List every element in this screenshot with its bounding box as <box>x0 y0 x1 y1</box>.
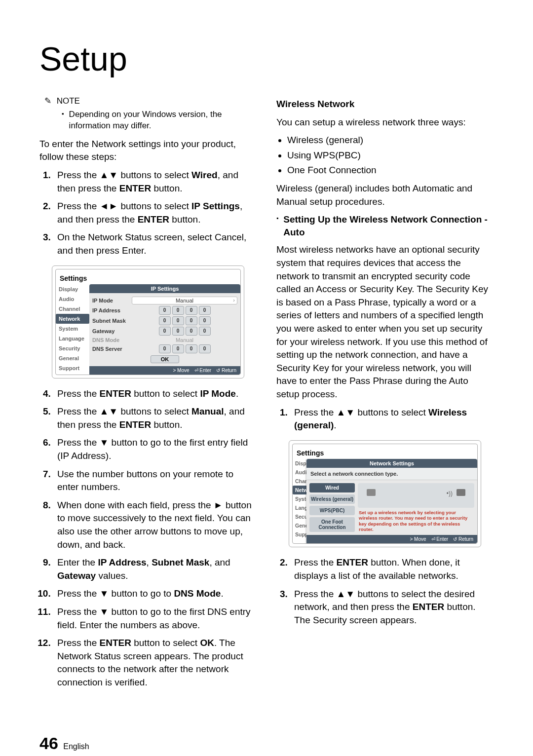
screenshot-title: Settings <box>293 447 477 459</box>
right-column: Wireless Network You can setup a wireles… <box>276 93 494 694</box>
wireless-after-bullets: Wireless (general) includes both Automat… <box>276 182 494 208</box>
settings-row: Subnet Mask0000 <box>92 316 237 325</box>
method-item: Wireless (general) <box>287 134 494 147</box>
step-item: Press the ▲▼ buttons to select Wireless … <box>290 406 494 432</box>
sidebar-item[interactable]: Language <box>56 334 89 343</box>
device-icon <box>367 489 376 496</box>
note-text: Depending on your Windows version, the i… <box>69 109 257 132</box>
page-footer: 46 English <box>39 734 494 753</box>
ip-octet-input[interactable]: 0 <box>199 327 211 336</box>
sidebar-item[interactable]: Channel <box>56 304 89 314</box>
step-item: Press the ▲▼ buttons to select the desir… <box>290 588 494 627</box>
left-column: ✎ NOTE ▪ Depending on your Windows versi… <box>39 93 257 694</box>
ip-octet-input[interactable]: 0 <box>186 316 197 325</box>
settings-row: DNS Server0000 <box>92 344 237 353</box>
sidebar-item[interactable]: General <box>56 353 89 363</box>
steps-list-b: Press the ENTER button to select IP Mode… <box>39 387 257 689</box>
connection-option[interactable]: One Foot Connection <box>309 517 355 532</box>
ip-octet-input[interactable]: 0 <box>159 306 171 315</box>
step-item: On the Network Status screen, select Can… <box>53 231 257 257</box>
step-item: Press the ENTER button to select OK. The… <box>53 637 257 689</box>
ip-octet-input[interactable]: 0 <box>186 306 197 315</box>
two-column-layout: ✎ NOTE ▪ Depending on your Windows versi… <box>39 93 494 694</box>
footer-hint: ↺ Return <box>453 536 473 542</box>
method-item: One Foot Connection <box>287 164 494 177</box>
ip-rows: IP ModeManualIP Address0000Subnet Mask00… <box>89 293 240 366</box>
row-value: Manual <box>132 337 237 343</box>
page-title: Setup <box>39 39 494 78</box>
wireless-methods-list: Wireless (general)Using WPS(PBC)One Foot… <box>276 134 494 177</box>
step-item: Press the ▲▼ buttons to select Wired, an… <box>53 169 257 195</box>
row-label: Subnet Mask <box>92 318 132 324</box>
row-label: IP Mode <box>92 298 132 303</box>
footer-hint: > Move <box>410 536 426 542</box>
ip-octet-input[interactable]: 0 <box>199 316 211 325</box>
screenshot-ip-settings: Settings DisplayAudioChannelNetworkSyste… <box>52 265 244 378</box>
sidebar-item[interactable]: Network <box>56 314 89 324</box>
settings-row: Gateway0000 <box>92 327 237 336</box>
pane-header: IP Settings <box>89 284 240 293</box>
footer-hint: > Move <box>173 368 189 373</box>
intro-text: To enter the Network settings into your … <box>39 138 257 164</box>
step-item: Press the ▲▼ buttons to select Manual, a… <box>53 405 257 431</box>
step-item: Use the number buttons on your remote to… <box>53 468 257 494</box>
steps-list-r2: Press the ENTER button. When done, it di… <box>276 556 494 627</box>
note-icon: ✎ <box>44 96 51 106</box>
step-item: Press the ▼ button to go to the first en… <box>53 436 257 462</box>
note-label: NOTE <box>57 96 80 106</box>
sidebar-item[interactable]: Support <box>56 363 89 373</box>
row-label: DNS Mode <box>92 337 132 343</box>
ip-settings-pane: IP Settings IP ModeManualIP Address0000S… <box>89 284 240 375</box>
connection-option[interactable]: WPS(PBC) <box>309 506 355 515</box>
connection-type-list: WiredWireless (general)WPS(PBC)One Foot … <box>309 483 355 532</box>
ip-octet-input[interactable]: 0 <box>159 344 171 353</box>
row-label: DNS Server <box>92 346 132 352</box>
dropdown[interactable]: Manual <box>132 297 237 304</box>
page-language: English <box>63 742 89 751</box>
step-item: Enter the IP Address, Subnet Mask, and G… <box>53 556 257 582</box>
connection-option[interactable]: Wired <box>309 483 355 492</box>
step-item: Press the ◄► buttons to select IP Settin… <box>53 200 257 226</box>
ip-octet-input[interactable]: 0 <box>186 327 197 336</box>
row-label: IP Address <box>92 307 132 313</box>
wireless-heading: Wireless Network <box>276 98 494 111</box>
page-number: 46 <box>39 734 58 753</box>
wireless-para: Most wireless networks have an optional … <box>276 243 494 401</box>
ip-octet-input[interactable]: 0 <box>172 316 184 325</box>
ok-button[interactable]: OK <box>151 355 179 363</box>
ip-octet-input[interactable]: 0 <box>199 306 211 315</box>
footer-hint: ⏎ Enter <box>431 536 449 542</box>
ip-octet-input[interactable]: 0 <box>159 327 171 336</box>
ip-octet-input[interactable]: 0 <box>172 327 184 336</box>
settings-row: DNS ModeManual <box>92 337 237 343</box>
pane-footer: > Move⏎ Enter↺ Return <box>89 366 240 375</box>
connection-description: Set up a wireless network by selecting y… <box>358 510 474 532</box>
wifi-waves-icon: •)) <box>447 490 453 497</box>
ip-octet-input[interactable]: 0 <box>172 306 184 315</box>
connection-option[interactable]: Wireless (general) <box>309 494 355 504</box>
sub-heading-text: Setting Up the Wireless Network Connecti… <box>283 213 494 238</box>
sub-heading-auto: ▪ Setting Up the Wireless Network Connec… <box>276 213 494 238</box>
method-item: Using WPS(PBC) <box>287 149 494 162</box>
ip-octet-input[interactable]: 0 <box>159 316 171 325</box>
sidebar-item[interactable]: System <box>56 324 89 334</box>
row-label: Gateway <box>92 328 132 334</box>
pane-description: Select a network connection type. <box>306 468 477 480</box>
ip-octet-input[interactable]: 0 <box>172 344 184 353</box>
step-item: Press the ▼ button to go to the first DN… <box>53 605 257 632</box>
note-heading: ✎ NOTE <box>44 96 257 106</box>
pane-footer: > Move⏎ Enter↺ Return <box>306 535 477 543</box>
network-settings-pane: Network Settings Select a network connec… <box>306 459 477 544</box>
wireless-intro: You can setup a wireless network three w… <box>276 116 494 129</box>
sidebar-item[interactable]: Display <box>56 284 89 294</box>
square-bullet-icon: ▪ <box>276 213 278 238</box>
sidebar-item[interactable]: Audio <box>56 294 89 304</box>
steps-list-a: Press the ▲▼ buttons to select Wired, an… <box>39 169 257 258</box>
ip-octet-input[interactable]: 0 <box>199 344 211 353</box>
settings-row: IP ModeManual <box>92 297 237 304</box>
ip-octet-input[interactable]: 0 <box>186 344 197 353</box>
note-bullet: ▪ Depending on your Windows version, the… <box>62 109 257 132</box>
manual-page: Setup ✎ NOTE ▪ Depending on your Windows… <box>0 0 533 756</box>
sidebar-item[interactable]: Security <box>56 343 89 353</box>
square-bullet-icon: ▪ <box>62 109 64 132</box>
